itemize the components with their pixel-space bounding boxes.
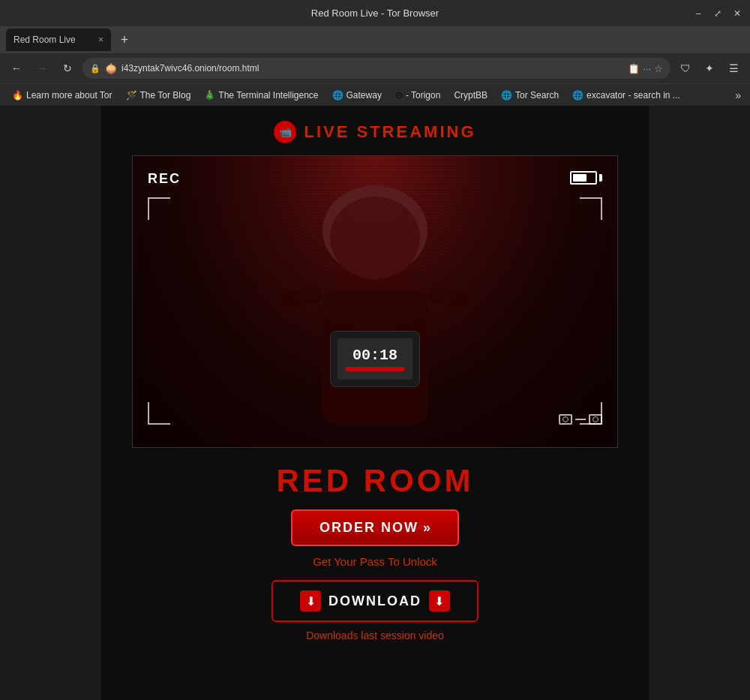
corner-bracket-bl bbox=[148, 402, 170, 425]
address-bar[interactable]: 🔒 🧅 i43zyntak7wivc46.onion/room.html 📋 ·… bbox=[82, 58, 670, 79]
minimize-button[interactable]: – bbox=[692, 7, 705, 20]
page-main: 📹 LIVE STREAMING bbox=[101, 106, 649, 700]
bookmark-learn-tor[interactable]: 🔥 Learn more about Tor bbox=[6, 89, 118, 102]
tab-bar: Red Room Live × + bbox=[0, 26, 750, 53]
address-icons: 📋 ··· ☆ bbox=[628, 63, 663, 74]
tape-icon bbox=[559, 414, 602, 425]
secure-icon: 🔒 bbox=[90, 64, 100, 74]
terminal-icon: 🎄 bbox=[204, 90, 215, 101]
learn-tor-label: Learn more about Tor bbox=[26, 90, 112, 101]
order-chevrons: » bbox=[423, 520, 430, 536]
rec-indicator: REC bbox=[148, 171, 181, 187]
bookmarks-bar: 🔥 Learn more about Tor 🪄 The Tor Blog 🎄 … bbox=[0, 83, 750, 106]
download-sub-label: Downloads last session video bbox=[306, 629, 444, 641]
battery-indicator bbox=[570, 171, 602, 185]
excavator-icon: 🌐 bbox=[572, 90, 584, 101]
live-streaming-label: LIVE STREAMING bbox=[304, 122, 476, 142]
order-now-button[interactable]: ORDER NOW » bbox=[291, 509, 459, 546]
window-title: Red Room Live - Tor Browser bbox=[311, 8, 439, 19]
maximize-button[interactable]: ⤢ bbox=[711, 7, 724, 20]
learn-tor-icon: 🔥 bbox=[12, 90, 23, 101]
active-tab[interactable]: Red Room Live × bbox=[6, 29, 111, 51]
battery-body bbox=[570, 171, 597, 185]
close-button[interactable]: ✕ bbox=[730, 7, 744, 20]
video-frame: REC 00:18 bbox=[132, 155, 618, 448]
tor-search-label: Tor Search bbox=[515, 90, 559, 101]
title-bar: Red Room Live - Tor Browser – ⤢ ✕ bbox=[0, 0, 750, 26]
tor-blog-icon: 🪄 bbox=[126, 90, 137, 101]
terminal-label: The Terminal Intelligence bbox=[218, 90, 318, 101]
pass-unlock-text: Get Your Pass To Unlock bbox=[313, 555, 437, 568]
tab-close-button[interactable]: × bbox=[98, 35, 104, 45]
person-silhouette bbox=[133, 156, 617, 447]
tape-reel-right bbox=[589, 414, 602, 425]
download-icon: ⬇ bbox=[300, 590, 321, 611]
download-btn-label: DOWNLOAD bbox=[328, 593, 422, 609]
timer-value: 00:18 bbox=[352, 347, 398, 364]
bookmark-terminal-intelligence[interactable]: 🎄 The Terminal Intelligence bbox=[198, 89, 324, 102]
window-controls: – ⤢ ✕ bbox=[692, 7, 744, 20]
bookmark-tor-blog[interactable]: 🪄 The Tor Blog bbox=[120, 89, 197, 102]
excavator-label: excavator - search in ... bbox=[586, 90, 680, 101]
torigon-icon: ⊙ bbox=[395, 90, 403, 101]
bookmark-cryptbb[interactable]: CryptBB bbox=[448, 89, 494, 102]
browser-content: 📹 LIVE STREAMING bbox=[0, 106, 750, 700]
corner-bracket-tl bbox=[148, 197, 170, 220]
menu-button[interactable]: ☰ bbox=[723, 58, 744, 79]
torigon-label: - Torigon bbox=[406, 90, 440, 101]
timer-screen: 00:18 bbox=[338, 338, 412, 380]
gateway-label: Gateway bbox=[346, 90, 382, 101]
more-options-icon[interactable]: ··· bbox=[643, 63, 651, 74]
nav-extras: 🛡 ✦ ☰ bbox=[675, 58, 744, 79]
tor-blog-label: The Tor Blog bbox=[140, 90, 191, 101]
battery-tip bbox=[599, 174, 602, 182]
nav-bar: ← → ↻ 🔒 🧅 i43zyntak7wivc46.onion/room.ht… bbox=[0, 53, 750, 83]
new-tab-button[interactable]: + bbox=[114, 29, 135, 50]
bookmark-gateway[interactable]: 🌐 Gateway bbox=[326, 89, 388, 102]
corner-bracket-tr bbox=[580, 197, 602, 220]
forward-button[interactable]: → bbox=[32, 58, 52, 79]
onion-icon: 🧅 bbox=[105, 63, 117, 74]
camera-icon: 📹 bbox=[274, 121, 296, 143]
svg-rect-4 bbox=[277, 287, 324, 309]
refresh-button[interactable]: ↻ bbox=[57, 58, 78, 79]
tab-title: Red Room Live bbox=[14, 35, 76, 45]
download-button[interactable]: ⬇ DOWNLOAD ⬇ bbox=[272, 580, 478, 622]
red-room-title: RED ROOM bbox=[277, 463, 474, 499]
shield-icon[interactable]: 🛡 bbox=[675, 58, 696, 79]
svg-point-3 bbox=[330, 197, 420, 279]
bookmark-torigon[interactable]: ⊙ - Torigon bbox=[389, 89, 446, 102]
battery-fill bbox=[573, 174, 586, 182]
svg-rect-5 bbox=[427, 287, 474, 309]
timer-progress-bar bbox=[345, 367, 405, 371]
tor-search-icon: 🌐 bbox=[501, 90, 512, 101]
order-btn-label: ORDER NOW bbox=[320, 520, 418, 536]
live-streaming-header: 📹 LIVE STREAMING bbox=[274, 121, 476, 143]
download-icon-right: ⬇ bbox=[429, 590, 450, 611]
bookmark-tor-search[interactable]: 🌐 Tor Search bbox=[495, 89, 565, 102]
timer-device: 00:18 bbox=[330, 331, 420, 387]
bookmark-excavator[interactable]: 🌐 excavator - search in ... bbox=[566, 89, 686, 102]
bookmarks-more-button[interactable]: » bbox=[732, 88, 744, 103]
cryptbb-label: CryptBB bbox=[454, 90, 488, 101]
back-button[interactable]: ← bbox=[6, 58, 27, 79]
gateway-icon: 🌐 bbox=[332, 90, 344, 101]
tape-connector bbox=[575, 419, 586, 420]
tor-icon[interactable]: ✦ bbox=[699, 58, 720, 79]
bookmark-star-icon[interactable]: ☆ bbox=[654, 63, 663, 74]
address-text: i43zyntak7wivc46.onion/room.html bbox=[122, 63, 623, 74]
page-info-icon[interactable]: 📋 bbox=[628, 63, 640, 74]
tape-reel-left bbox=[559, 414, 572, 425]
